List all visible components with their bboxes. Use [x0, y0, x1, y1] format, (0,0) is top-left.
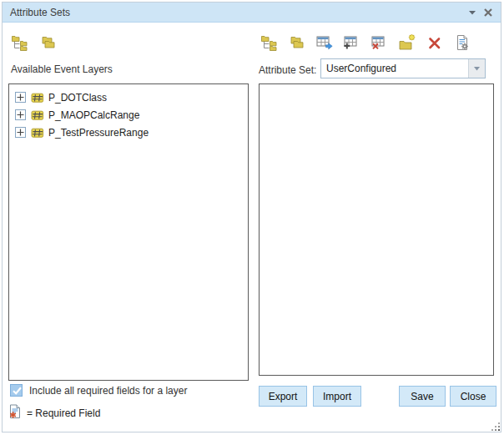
titlebar: Attribute Sets — [3, 3, 501, 23]
attribute-sets-dialog: Attribute Sets — [2, 2, 501, 432]
import-button[interactable]: Import — [313, 386, 361, 407]
required-field-legend: = Required Field — [9, 404, 100, 422]
expand-plus-icon[interactable] — [15, 109, 26, 120]
collapse-arrow-icon[interactable] — [469, 10, 476, 15]
window-title: Attribute Sets — [10, 7, 70, 18]
tree-item[interactable]: P_MAOPCalcRange — [9, 106, 248, 124]
expand-event-layers-icon[interactable] — [12, 33, 28, 52]
attribute-set-list[interactable] — [259, 83, 494, 376]
expand-attribute-set-icon[interactable] — [261, 33, 278, 52]
attribute-set-dropdown[interactable]: UserConfigured — [320, 58, 486, 78]
dropdown-arrow-button[interactable] — [468, 59, 485, 78]
export-button[interactable]: Export — [259, 386, 307, 407]
event-layer-icon — [31, 109, 44, 122]
collapse-attribute-set-icon[interactable] — [289, 33, 305, 52]
attribute-set-label: Attribute Set: — [259, 64, 316, 76]
resize-grip[interactable] — [491, 422, 501, 432]
tree-item-label: P_MAOPCalcRange — [48, 109, 139, 121]
attribute-set-dropdown-value: UserConfigured — [321, 59, 468, 78]
add-table-icon[interactable] — [344, 33, 360, 52]
tree-item[interactable]: P_DOTClass — [9, 89, 248, 106]
include-required-fields-checkbox[interactable] — [10, 384, 23, 397]
event-layer-icon — [31, 91, 44, 104]
save-button[interactable]: Save — [399, 386, 446, 407]
event-layer-icon — [31, 126, 44, 139]
tree-item-label: P_DOTClass — [48, 92, 107, 104]
collapse-event-layers-icon[interactable] — [40, 33, 57, 52]
expand-plus-icon[interactable] — [15, 127, 26, 138]
event-layers-toolbar — [12, 33, 57, 52]
delete-attribute-set-icon[interactable] — [426, 33, 443, 52]
export-table-icon[interactable] — [316, 33, 333, 52]
new-attribute-set-icon[interactable] — [399, 33, 416, 52]
tree-item-label: P_TestPressureRange — [48, 127, 149, 139]
tree-item[interactable]: P_TestPressureRange — [9, 124, 248, 141]
available-event-layers-list[interactable]: P_DOTClass P_MAOPCalcRange P_TestPressur… — [8, 83, 249, 381]
attribute-set-properties-icon[interactable] — [454, 33, 471, 52]
expand-plus-icon[interactable] — [15, 92, 26, 103]
required-field-legend-label: = Required Field — [27, 407, 100, 419]
available-event-layers-label: Available Event Layers — [11, 63, 113, 75]
remove-table-icon[interactable] — [371, 33, 388, 52]
close-button[interactable]: Close — [450, 386, 496, 407]
include-required-fields-label: Include all required fields for a layer — [29, 385, 187, 397]
close-icon[interactable] — [483, 8, 493, 18]
required-field-icon — [9, 404, 22, 422]
attribute-set-toolbar — [261, 33, 471, 52]
include-required-fields-row: Include all required fields for a layer — [10, 384, 187, 397]
